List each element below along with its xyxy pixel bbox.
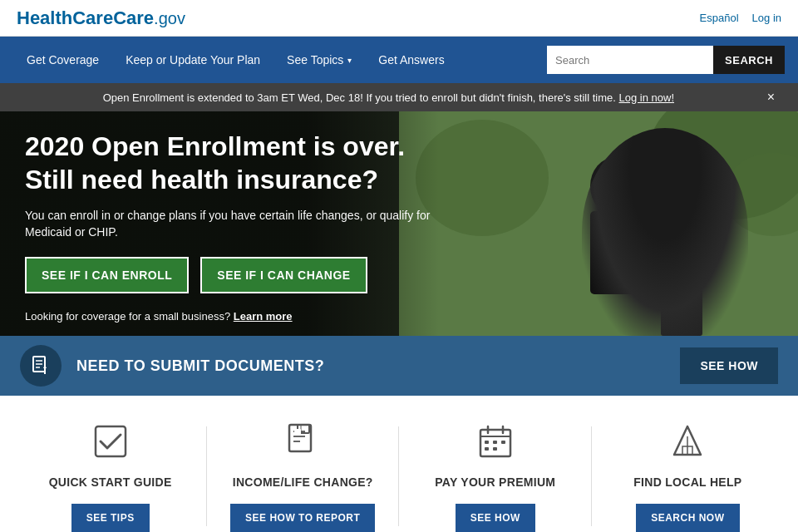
hero-buttons: SEE IF I CAN ENROLL SEE IF I CAN CHANGE bbox=[25, 257, 457, 293]
docs-banner: NEED TO SUBMIT DOCUMENTS? SEE HOW bbox=[0, 336, 798, 396]
income-life-card: INCOME/LIFE CHANGE? SEE HOW TO REPORT bbox=[211, 421, 394, 532]
card-divider-2 bbox=[398, 426, 399, 526]
svg-rect-29 bbox=[493, 447, 497, 451]
see-if-i-can-enroll-button[interactable]: SEE IF I CAN ENROLL bbox=[25, 257, 189, 293]
svg-rect-2 bbox=[590, 211, 640, 294]
docs-icon-circle bbox=[20, 345, 62, 387]
banner-text: Open Enrollment is extended to 3am ET We… bbox=[17, 91, 761, 104]
small-business-text: Looking for coverage for a small busines… bbox=[25, 310, 457, 323]
checkmark-icon bbox=[92, 421, 129, 462]
top-links: Español Log in bbox=[700, 12, 781, 24]
search-input[interactable] bbox=[547, 46, 713, 74]
pay-premium-see-how-button[interactable]: SEE HOW bbox=[456, 504, 535, 532]
document-icon bbox=[288, 421, 318, 462]
pay-premium-title: PAY YOUR PREMIUM bbox=[435, 475, 555, 489]
quick-start-card: QUICK START GUIDE SEE TIPS bbox=[19, 421, 202, 532]
hero-content: 2020 Open Enrollment is over.Still need … bbox=[0, 111, 482, 336]
hero-subtitle: You can enroll in or change plans if you… bbox=[25, 208, 457, 240]
docs-banner-text: NEED TO SUBMIT DOCUMENTS? bbox=[76, 357, 680, 375]
svg-rect-28 bbox=[485, 447, 489, 451]
see-how-to-report-button[interactable]: SEE HOW TO REPORT bbox=[230, 504, 375, 532]
svg-rect-26 bbox=[493, 441, 497, 444]
search-area: SEARCH bbox=[547, 46, 785, 74]
banner-message: Open Enrollment is extended to 3am ET We… bbox=[103, 91, 616, 104]
search-button[interactable]: SEARCH bbox=[713, 46, 785, 74]
nav-see-topics[interactable]: See Topics ▾ bbox=[273, 37, 365, 83]
espanol-link[interactable]: Español bbox=[700, 12, 739, 24]
see-if-i-can-change-button[interactable]: SEE IF I CAN CHANGE bbox=[200, 257, 367, 293]
nav-bar: Get Coverage Keep or Update Your Plan Se… bbox=[0, 37, 798, 83]
svg-point-3 bbox=[661, 236, 702, 286]
svg-rect-25 bbox=[485, 441, 489, 444]
local-help-card: FIND LOCAL HELP SEARCH NOW bbox=[596, 421, 779, 532]
document-submit-icon bbox=[30, 355, 52, 377]
svg-rect-14 bbox=[289, 425, 311, 451]
small-business-label: Looking for coverage for a small busines… bbox=[25, 310, 230, 323]
logo-care: Care bbox=[113, 7, 154, 28]
search-now-button[interactable]: SEARCH NOW bbox=[636, 504, 739, 532]
learn-more-link[interactable]: Learn more bbox=[234, 310, 293, 323]
road-icon bbox=[669, 421, 706, 462]
nav-see-topics-label: See Topics bbox=[287, 53, 343, 66]
nav-keep-update[interactable]: Keep or Update Your Plan bbox=[112, 37, 273, 83]
calendar-icon bbox=[477, 421, 514, 462]
nav-get-coverage[interactable]: Get Coverage bbox=[13, 37, 112, 83]
hero-section: 2020 Open Enrollment is over.Still need … bbox=[0, 111, 798, 336]
svg-rect-20 bbox=[294, 429, 301, 436]
logo: HealthCareCare.gov bbox=[17, 7, 185, 29]
svg-rect-4 bbox=[661, 282, 702, 336]
chevron-down-icon: ▾ bbox=[347, 56, 352, 65]
see-how-button[interactable]: SEE HOW bbox=[680, 347, 778, 384]
svg-point-1 bbox=[590, 157, 640, 215]
svg-rect-27 bbox=[501, 441, 505, 444]
pay-premium-card: PAY YOUR PREMIUM SEE HOW bbox=[404, 421, 587, 532]
nav-get-answers[interactable]: Get Answers bbox=[365, 37, 457, 83]
local-help-title: FIND LOCAL HELP bbox=[633, 475, 741, 489]
notification-close-button[interactable]: × bbox=[761, 90, 781, 105]
card-divider-3 bbox=[591, 426, 592, 526]
logo-health: HealthCare bbox=[17, 7, 113, 28]
notification-banner: Open Enrollment is extended to 3am ET We… bbox=[0, 83, 798, 111]
see-tips-button[interactable]: SEE TIPS bbox=[71, 504, 150, 532]
svg-rect-12 bbox=[44, 370, 46, 374]
cards-section: QUICK START GUIDE SEE TIPS INCOME/LIFE C… bbox=[0, 396, 798, 532]
quick-start-title: QUICK START GUIDE bbox=[49, 475, 172, 489]
logo-gov: .gov bbox=[154, 9, 185, 27]
top-bar: HealthCareCare.gov Español Log in bbox=[0, 0, 798, 37]
banner-login-link[interactable]: Log in now! bbox=[619, 91, 675, 104]
card-divider-1 bbox=[206, 426, 207, 526]
login-link[interactable]: Log in bbox=[752, 12, 781, 24]
hero-title: 2020 Open Enrollment is over.Still need … bbox=[25, 130, 457, 196]
income-life-title: INCOME/LIFE CHANGE? bbox=[233, 475, 373, 489]
